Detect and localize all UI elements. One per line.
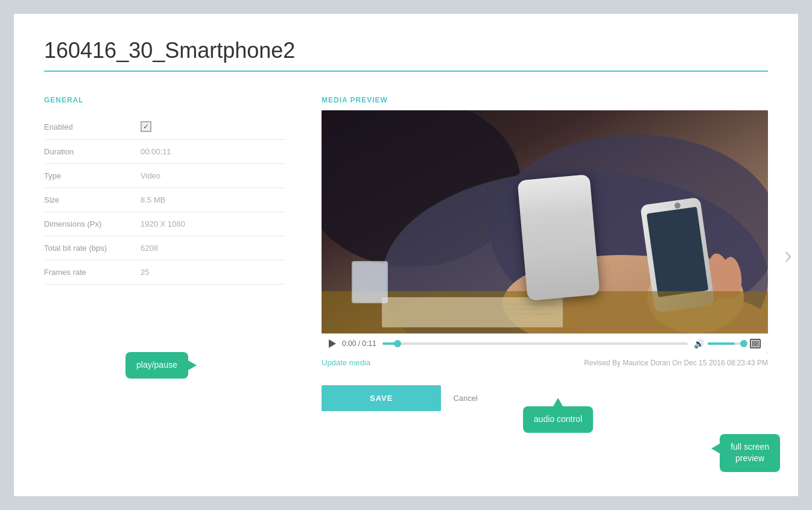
svg-rect-16 [388, 308, 539, 310]
general-section-label: GENERAL [44, 96, 285, 104]
svg-rect-14 [382, 297, 563, 327]
cancel-link[interactable]: Cancel [453, 394, 477, 403]
value-duration: 00:00:11 [141, 147, 171, 156]
field-dimensions: Dimensions (Px) 1920 X 1080 [44, 212, 285, 236]
page-title: 160416_30_Smartphone2 [44, 38, 768, 72]
label-framerate: Frames rate [44, 268, 141, 277]
svg-rect-15 [388, 303, 557, 305]
play-button[interactable] [329, 339, 336, 348]
field-size: Size 8.5 MB [44, 188, 285, 212]
left-panel: GENERAL Enabled ✓ Duration 00:00:11 Type… [44, 96, 285, 285]
speaker-icon[interactable]: 🔊 [694, 339, 704, 348]
volume-fill [708, 342, 735, 345]
label-duration: Duration [44, 147, 141, 156]
media-preview-label: MEDIA PREVIEW [322, 96, 768, 104]
label-size: Size [44, 195, 141, 204]
video-thumbnail [322, 110, 768, 333]
progress-fill [382, 342, 398, 345]
audio-control: 🔊 [694, 339, 744, 348]
time-display: 0:00 / 0:11 [342, 339, 376, 348]
right-panel: MEDIA PREVIEW [322, 96, 768, 411]
video-frame-svg [322, 110, 768, 333]
video-container: 0:00 / 0:11 🔊 [322, 110, 768, 353]
field-bitrate: Total bit rate (bps) 6208 [44, 236, 285, 260]
action-row: SAVE Cancel [322, 385, 768, 411]
svg-rect-19 [353, 262, 387, 302]
save-button[interactable]: SAVE [322, 385, 441, 411]
tooltip-fullscreen: full screenpreview [720, 434, 780, 472]
label-type: Type [44, 171, 141, 180]
meta-row: Update media Revised By Maurice Doran On… [322, 358, 768, 367]
revised-text: Revised By Maurice Doran On Dec 15 2016 … [584, 359, 768, 367]
field-duration: Duration 00:00:11 [44, 140, 285, 164]
svg-rect-24 [756, 344, 758, 346]
field-framerate: Frames rate 25 [44, 260, 285, 285]
label-bitrate: Total bit rate (bps) [44, 244, 141, 253]
value-bitrate: 6208 [141, 244, 158, 253]
svg-rect-20 [750, 339, 760, 348]
label-dimensions: Dimensions (Px) [44, 219, 141, 228]
value-size: 8.5 MB [141, 195, 165, 204]
volume-bar[interactable] [708, 342, 744, 345]
svg-rect-23 [752, 344, 755, 346]
field-enabled: Enabled ✓ [44, 114, 285, 140]
svg-rect-21 [752, 341, 755, 343]
progress-thumb [394, 340, 401, 347]
progress-bar[interactable] [382, 342, 688, 345]
field-type: Type Video [44, 164, 285, 188]
check-icon: ✓ [143, 122, 149, 131]
fullscreen-icon [750, 339, 761, 348]
enabled-checkbox[interactable]: ✓ [141, 121, 151, 132]
volume-thumb [740, 340, 747, 347]
page-container: 160416_30_Smartphone2 GENERAL Enabled ✓ … [14, 14, 798, 496]
value-type: Video [141, 171, 160, 180]
next-arrow[interactable]: › [784, 242, 792, 269]
fullscreen-button[interactable] [750, 339, 761, 348]
video-controls: 0:00 / 0:11 🔊 [322, 333, 768, 353]
value-dimensions: 1920 X 1080 [141, 219, 185, 228]
svg-rect-22 [756, 341, 758, 343]
svg-rect-17 [388, 313, 551, 315]
annotation-fullscreen: full screenpreview [720, 434, 780, 472]
update-media-link[interactable]: Update media [322, 358, 370, 367]
label-enabled: Enabled [44, 122, 141, 131]
content-area: GENERAL Enabled ✓ Duration 00:00:11 Type… [44, 96, 768, 411]
value-framerate: 25 [141, 268, 149, 277]
